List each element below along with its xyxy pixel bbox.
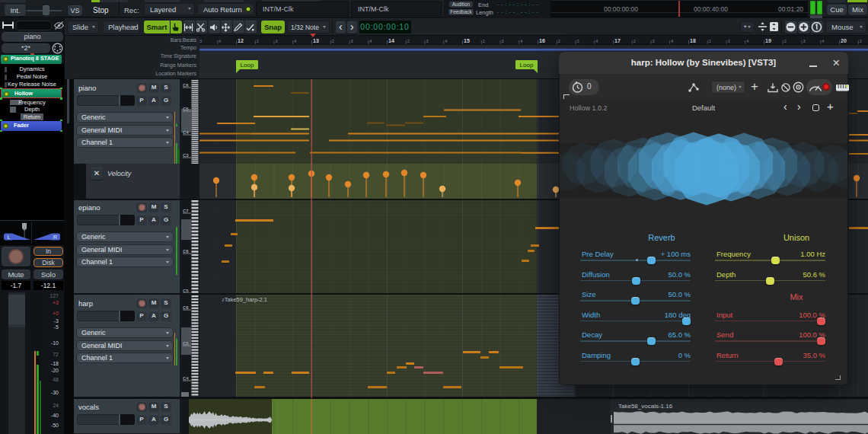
svg-text:Location Markers: Location Markers bbox=[155, 71, 196, 76]
svg-text:3: 3 bbox=[276, 39, 278, 43]
svg-text:3: 3 bbox=[502, 39, 504, 43]
svg-text:C7: C7 bbox=[183, 209, 189, 213]
svg-text:Take58_vocals-1.16: Take58_vocals-1.16 bbox=[618, 403, 673, 410]
svg-text:2: 2 bbox=[709, 39, 711, 43]
svg-text:C6: C6 bbox=[183, 249, 189, 254]
svg-text:L: L bbox=[7, 234, 10, 241]
svg-text:20: 20 bbox=[841, 38, 847, 43]
svg-text:2: 2 bbox=[332, 39, 334, 43]
svg-text:2: 2 bbox=[407, 39, 410, 43]
svg-text:2: 2 bbox=[257, 39, 259, 43]
svg-text:C5: C5 bbox=[183, 289, 189, 293]
svg-text:4: 4 bbox=[294, 39, 296, 43]
svg-text:3: 3 bbox=[653, 39, 655, 43]
svg-text:4: 4 bbox=[671, 39, 673, 43]
svg-text:C3: C3 bbox=[183, 153, 189, 158]
svg-text:C6: C6 bbox=[183, 305, 189, 310]
svg-text:14: 14 bbox=[388, 38, 394, 43]
svg-text:2: 2 bbox=[860, 39, 862, 43]
svg-text:3: 3 bbox=[728, 39, 730, 43]
svg-text:Bars:Beats: Bars:Beats bbox=[171, 37, 197, 43]
svg-text:Time Signature: Time Signature bbox=[161, 53, 196, 59]
svg-text:3: 3 bbox=[351, 39, 353, 43]
svg-text:3: 3 bbox=[426, 39, 429, 43]
svg-text:Tempo: Tempo bbox=[180, 45, 196, 51]
svg-text:Range Markers: Range Markers bbox=[160, 62, 196, 69]
svg-text:C5: C5 bbox=[183, 107, 189, 111]
svg-text:4: 4 bbox=[445, 39, 447, 43]
svg-text:2: 2 bbox=[784, 39, 787, 43]
svg-text:Loop: Loop bbox=[520, 62, 534, 69]
svg-text:4: 4 bbox=[822, 39, 824, 43]
svg-text:3: 3 bbox=[803, 39, 806, 43]
svg-text:12: 12 bbox=[238, 38, 244, 43]
svg-text:4: 4 bbox=[746, 39, 748, 43]
svg-text:4: 4 bbox=[219, 39, 221, 43]
svg-text:19: 19 bbox=[765, 38, 771, 43]
svg-text:R: R bbox=[53, 234, 58, 241]
svg-text:♪Take59_harp-2.1: ♪Take59_harp-2.1 bbox=[222, 296, 267, 303]
svg-text:2: 2 bbox=[633, 39, 636, 43]
svg-text:3: 3 bbox=[199, 39, 202, 43]
svg-text:16: 16 bbox=[539, 38, 545, 43]
svg-text:2: 2 bbox=[483, 39, 485, 43]
svg-text:2: 2 bbox=[558, 39, 560, 43]
svg-text:3: 3 bbox=[577, 39, 579, 43]
svg-text:4: 4 bbox=[595, 39, 598, 43]
svg-text:15: 15 bbox=[464, 38, 470, 43]
svg-text:Loop: Loop bbox=[241, 62, 254, 69]
svg-text:C4: C4 bbox=[183, 376, 189, 381]
svg-text:18: 18 bbox=[690, 38, 696, 43]
svg-text:4: 4 bbox=[520, 39, 522, 43]
svg-text:17: 17 bbox=[614, 38, 621, 43]
svg-text:C4: C4 bbox=[183, 130, 189, 135]
svg-text:13: 13 bbox=[313, 38, 319, 43]
svg-text:C5: C5 bbox=[183, 341, 189, 346]
svg-text:4: 4 bbox=[369, 39, 372, 43]
svg-text:C6: C6 bbox=[183, 83, 189, 88]
